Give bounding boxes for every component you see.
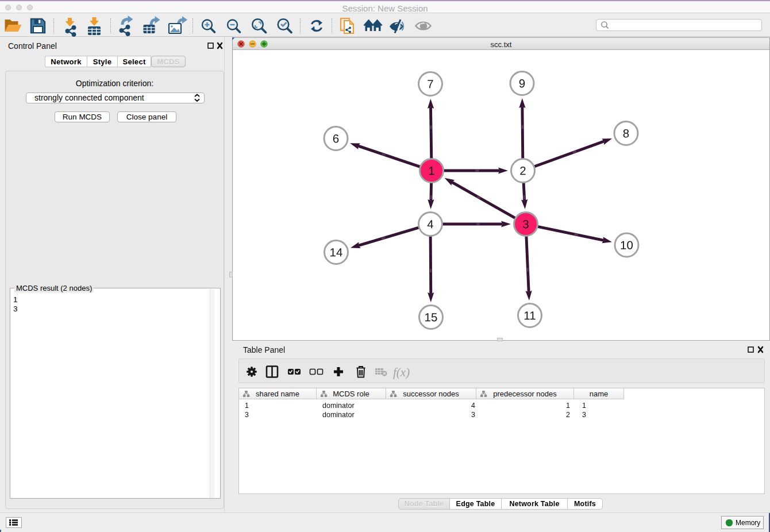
svg-text:4: 4	[427, 217, 433, 230]
svg-text:7: 7	[427, 77, 433, 90]
svg-text:11: 11	[523, 309, 536, 322]
svg-text:15: 15	[425, 310, 438, 323]
svg-text:9: 9	[519, 76, 525, 90]
svg-text:3: 3	[522, 217, 529, 230]
svg-text:8: 8	[623, 126, 629, 140]
svg-text:2: 2	[519, 164, 526, 177]
svg-text:10: 10	[620, 238, 633, 252]
svg-text:1: 1	[428, 164, 434, 177]
svg-text:14: 14	[330, 245, 343, 259]
svg-text:f(x): f(x)	[393, 365, 410, 379]
svg-text:6: 6	[333, 132, 339, 145]
